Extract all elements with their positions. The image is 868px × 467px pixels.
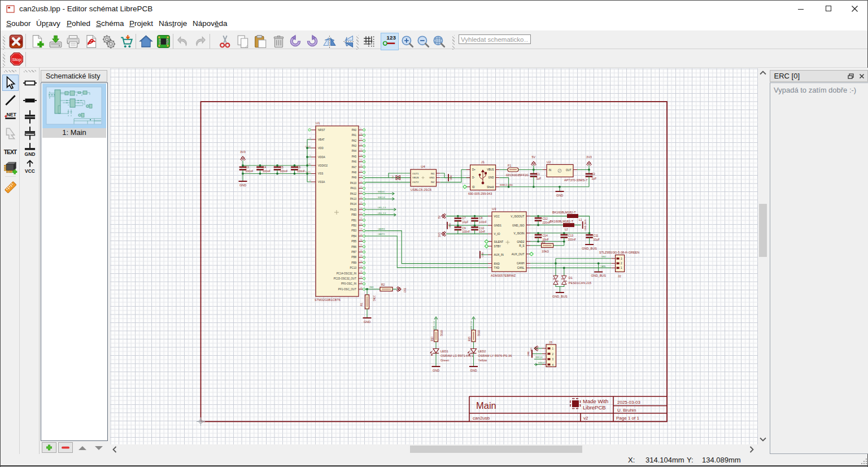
svg-text:STLZ950/3G-5.08-H-GREEN: STLZ950/3G-5.08-H-GREEN bbox=[599, 251, 639, 254]
svg-text:GND: GND bbox=[429, 176, 435, 179]
svg-text:PA3: PA3 bbox=[352, 145, 357, 147]
svg-text:20: 20 bbox=[360, 186, 363, 188]
svg-text:1µF: 1µF bbox=[592, 177, 597, 180]
svg-text:22: 22 bbox=[360, 197, 363, 199]
svg-text:PB0: PB0 bbox=[351, 213, 356, 216]
svg-text:Yellow: Yellow bbox=[478, 359, 487, 362]
svg-text:PB9: PB9 bbox=[351, 261, 356, 264]
svg-text:PA15: PA15 bbox=[350, 208, 356, 211]
svg-text:PB5: PB5 bbox=[351, 240, 356, 243]
svg-text:10µF: 10µF bbox=[463, 221, 469, 224]
svg-text:Made With: Made With bbox=[583, 398, 608, 404]
svg-text:VBAT: VBAT bbox=[318, 138, 325, 141]
svg-text:VDD: VDD bbox=[318, 147, 324, 150]
svg-text:100nF: 100nF bbox=[568, 238, 576, 241]
svg-text:GND: GND bbox=[527, 351, 530, 356]
svg-text:BK1608LM182-T: BK1608LM182-T bbox=[550, 220, 574, 223]
svg-text:PA6: PA6 bbox=[352, 160, 357, 163]
svg-text:39: 39 bbox=[360, 287, 363, 289]
svg-text:123: 123 bbox=[387, 34, 396, 41]
svg-text:AUX_OUT: AUX_OUT bbox=[512, 253, 525, 256]
svg-text:VSSA: VSSA bbox=[318, 181, 325, 184]
svg-text:1µF: 1µF bbox=[536, 177, 542, 180]
svg-text:SWDIO: SWDIO bbox=[538, 362, 545, 364]
svg-text:R3: R3 bbox=[542, 241, 546, 244]
svg-text:10µF: 10µF bbox=[594, 238, 600, 241]
svg-text:VDDIO2: VDDIO2 bbox=[318, 164, 328, 167]
svg-text:VBUS: VBUS bbox=[487, 168, 494, 171]
svg-text:NRST: NRST bbox=[318, 129, 325, 132]
svg-text:19: 19 bbox=[360, 181, 363, 183]
svg-text:PA5: PA5 bbox=[352, 155, 357, 158]
svg-text:100nF: 100nF bbox=[246, 169, 254, 173]
svg-text:CANRX: CANRX bbox=[378, 228, 385, 230]
svg-text:CANL: CANL bbox=[600, 265, 606, 268]
svg-text:OUT2: OUT2 bbox=[412, 181, 419, 184]
svg-text:V_ISOIN: V_ISOIN bbox=[514, 232, 525, 235]
svg-text:PB1: PB1 bbox=[351, 219, 356, 222]
svg-text:USBLC6-2SC6: USBLC6-2SC6 bbox=[411, 188, 431, 191]
svg-text:ADM3057EBRWZ: ADM3057EBRWZ bbox=[491, 274, 516, 277]
svg-text:GND: GND bbox=[25, 151, 36, 157]
svg-text:C9: C9 bbox=[463, 227, 466, 230]
svg-text:PC13: PC13 bbox=[350, 267, 357, 269]
svg-text:Green: Green bbox=[440, 359, 449, 362]
svg-text:3: 3 bbox=[309, 137, 311, 139]
svg-text:V_IO: V_IO bbox=[494, 233, 500, 235]
svg-text:AP7370-33WS-7: AP7370-33WS-7 bbox=[564, 178, 587, 182]
svg-text:31: 31 bbox=[360, 244, 363, 246]
svg-text:SWCLK: SWCLK bbox=[535, 356, 543, 359]
svg-text:R_S: R_S bbox=[519, 245, 524, 247]
svg-text:5V: 5V bbox=[532, 155, 536, 159]
svg-text:D-: D- bbox=[472, 176, 475, 179]
svg-text:CANL: CANL bbox=[517, 267, 525, 269]
svg-text:C14: C14 bbox=[543, 234, 548, 237]
svg-text:26: 26 bbox=[360, 217, 363, 220]
svg-text:C2: C2 bbox=[592, 172, 596, 176]
svg-text:C1: C1 bbox=[536, 172, 540, 176]
svg-text:can2usb: can2usb bbox=[473, 416, 490, 421]
svg-text:PA10: PA10 bbox=[350, 182, 356, 185]
svg-text:33: 33 bbox=[360, 255, 363, 257]
svg-text:LED_2.X: LED_2.X bbox=[378, 212, 386, 215]
svg-text:GND2: GND2 bbox=[517, 241, 525, 243]
svg-text:PA8: PA8 bbox=[352, 171, 357, 174]
svg-text:LED2: LED2 bbox=[478, 350, 486, 353]
svg-text:STM32G0B1CBT6: STM32G0B1CBT6 bbox=[315, 298, 341, 302]
svg-text:C4: C4 bbox=[263, 165, 267, 169]
svg-text:IN: IN bbox=[549, 169, 552, 172]
svg-text:Main: Main bbox=[476, 400, 496, 411]
svg-text:C5: C5 bbox=[280, 165, 284, 169]
svg-text:GND: GND bbox=[239, 184, 246, 187]
svg-text:STBY: STBY bbox=[494, 245, 501, 248]
svg-text:U2: U2 bbox=[547, 160, 551, 164]
svg-text:10kΩ: 10kΩ bbox=[373, 295, 376, 302]
svg-text:3V3: 3V3 bbox=[438, 232, 441, 237]
svg-text:690-005-299-043: 690-005-299-043 bbox=[468, 192, 492, 195]
svg-text:GND_BUS: GND_BUS bbox=[584, 220, 587, 231]
svg-text:PB2: PB2 bbox=[351, 224, 356, 227]
svg-text:34: 34 bbox=[360, 260, 363, 263]
svg-text:GND_ISO: GND_ISO bbox=[512, 224, 525, 227]
svg-text:PB8: PB8 bbox=[351, 256, 356, 259]
svg-text:REF.: REF. bbox=[369, 286, 374, 289]
svg-text:220nF: 220nF bbox=[543, 221, 551, 224]
svg-text:PA13: PA13 bbox=[350, 198, 356, 200]
svg-text:J2: J2 bbox=[618, 274, 621, 278]
svg-text:Stop: Stop bbox=[12, 57, 21, 62]
svg-text:v2: v2 bbox=[583, 416, 588, 421]
svg-text:C10: C10 bbox=[479, 227, 484, 230]
svg-text:13: 13 bbox=[360, 149, 363, 151]
svg-text:LED1: LED1 bbox=[440, 350, 448, 353]
svg-text:3V3: 3V3 bbox=[403, 288, 406, 293]
svg-text:SHIELD GND: SHIELD GND bbox=[500, 184, 513, 186]
svg-text:10: 10 bbox=[360, 133, 363, 135]
svg-text:SILENT: SILENT bbox=[494, 241, 504, 243]
svg-text:PA12: PA12 bbox=[350, 193, 356, 195]
svg-text:TEXT: TEXT bbox=[4, 149, 18, 155]
svg-text:GND1: GND1 bbox=[494, 224, 502, 227]
svg-text:8: 8 bbox=[309, 180, 311, 182]
svg-text:L2: L2 bbox=[565, 228, 568, 231]
svg-text:C11: C11 bbox=[594, 234, 599, 237]
svg-text:GND: GND bbox=[488, 176, 495, 179]
